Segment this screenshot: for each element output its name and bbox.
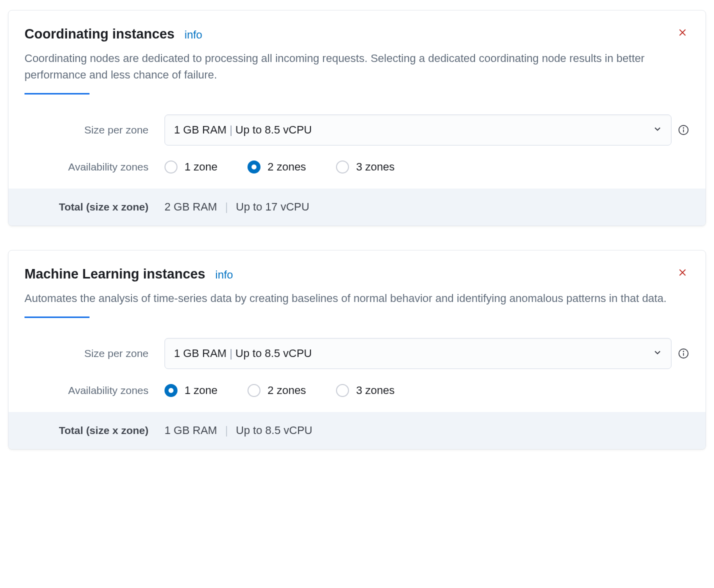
card-title: Coordinating instances xyxy=(24,26,174,42)
size-per-zone-label: Size per zone xyxy=(24,124,164,136)
total-label: Total (size x zone) xyxy=(24,424,164,436)
zone-label: 2 zones xyxy=(268,384,306,397)
card-description: Coordinating nodes are dedicated to proc… xyxy=(24,50,690,83)
zone-option-1[interactable]: 1 zone xyxy=(164,160,218,174)
card-title: Machine Learning instances xyxy=(24,266,206,282)
radio-icon xyxy=(336,160,349,174)
size-ram-value: 1 GB RAM xyxy=(174,124,226,136)
card-header: Coordinating instances info Coordinating… xyxy=(8,10,706,94)
card-header: Machine Learning instances info Automate… xyxy=(8,250,706,318)
radio-icon xyxy=(248,160,260,174)
zone-label: 3 zones xyxy=(356,384,394,397)
zones-control-area: 1 zone 2 zones 3 zones xyxy=(164,384,690,397)
info-link[interactable]: info xyxy=(184,28,202,42)
zone-option-3[interactable]: 3 zones xyxy=(336,160,394,174)
card-description: Automates the analysis of time-series da… xyxy=(24,290,690,306)
card-body: Size per zone 1 GB RAM | Up to 8.5 vCPU xyxy=(8,94,706,188)
close-icon xyxy=(678,268,688,278)
radio-icon xyxy=(248,384,260,397)
zone-option-3[interactable]: 3 zones xyxy=(336,384,394,397)
total-separator: | xyxy=(225,200,228,214)
zones-radio-group: 1 zone 2 zones 3 zones xyxy=(164,384,394,397)
size-control-area: 1 GB RAM | Up to 8.5 vCPU xyxy=(164,338,690,369)
zone-option-1[interactable]: 1 zone xyxy=(164,384,218,397)
coordinating-instances-card: Coordinating instances info Coordinating… xyxy=(8,10,706,226)
select-separator: | xyxy=(230,124,232,136)
availability-zones-label: Availability zones xyxy=(24,161,164,173)
total-label: Total (size x zone) xyxy=(24,201,164,213)
availability-zones-row: Availability zones 1 zone 2 zones 3 zone… xyxy=(24,384,690,397)
size-info-button[interactable] xyxy=(678,124,690,136)
size-select-wrap: 1 GB RAM | Up to 8.5 vCPU xyxy=(164,114,672,146)
total-values: 2 GB RAM | Up to 17 vCPU xyxy=(164,200,310,214)
zone-label: 1 zone xyxy=(184,384,218,397)
total-ram: 2 GB RAM xyxy=(164,200,217,214)
radio-icon xyxy=(164,384,178,397)
size-cpu-value: Up to 8.5 vCPU xyxy=(236,347,312,360)
select-separator: | xyxy=(230,347,232,360)
zone-option-2[interactable]: 2 zones xyxy=(248,160,306,174)
total-values: 1 GB RAM | Up to 8.5 vCPU xyxy=(164,424,312,437)
svg-point-5 xyxy=(684,351,684,352)
radio-icon xyxy=(336,384,349,397)
zone-option-2[interactable]: 2 zones xyxy=(248,384,306,397)
zones-radio-group: 1 zone 2 zones 3 zones xyxy=(164,160,394,174)
svg-point-2 xyxy=(684,128,684,128)
card-body: Size per zone 1 GB RAM | Up to 8.5 vCPU xyxy=(8,318,706,412)
close-icon xyxy=(678,28,688,38)
tab-indicator xyxy=(24,93,90,94)
total-cpu: Up to 8.5 vCPU xyxy=(236,424,312,437)
zone-label: 3 zones xyxy=(356,160,394,174)
total-cpu: Up to 17 vCPU xyxy=(236,200,310,214)
card-footer: Total (size x zone) 1 GB RAM | Up to 8.5… xyxy=(8,412,706,449)
zone-label: 1 zone xyxy=(184,160,218,174)
zone-label: 2 zones xyxy=(268,160,306,174)
title-row: Machine Learning instances info xyxy=(24,266,690,282)
info-icon xyxy=(678,124,689,136)
size-per-zone-row: Size per zone 1 GB RAM | Up to 8.5 vCPU xyxy=(24,338,690,369)
info-icon xyxy=(678,348,689,359)
zones-control-area: 1 zone 2 zones 3 zones xyxy=(164,160,690,174)
size-cpu-value: Up to 8.5 vCPU xyxy=(236,124,312,136)
radio-icon xyxy=(164,160,178,174)
size-select-wrap: 1 GB RAM | Up to 8.5 vCPU xyxy=(164,338,672,369)
size-control-area: 1 GB RAM | Up to 8.5 vCPU xyxy=(164,114,690,146)
size-per-zone-row: Size per zone 1 GB RAM | Up to 8.5 vCPU xyxy=(24,114,690,146)
total-separator: | xyxy=(225,424,228,437)
tab-indicator xyxy=(24,316,90,318)
total-ram: 1 GB RAM xyxy=(164,424,217,437)
close-button[interactable] xyxy=(676,26,690,40)
card-footer: Total (size x zone) 2 GB RAM | Up to 17 … xyxy=(8,188,706,226)
size-per-zone-select[interactable]: 1 GB RAM | Up to 8.5 vCPU xyxy=(164,114,672,146)
title-row: Coordinating instances info xyxy=(24,26,690,42)
size-per-zone-select[interactable]: 1 GB RAM | Up to 8.5 vCPU xyxy=(164,338,672,369)
close-button[interactable] xyxy=(676,266,690,280)
size-ram-value: 1 GB RAM xyxy=(174,347,226,360)
size-per-zone-label: Size per zone xyxy=(24,348,164,360)
info-link[interactable]: info xyxy=(216,268,233,282)
availability-zones-row: Availability zones 1 zone 2 zones 3 zone… xyxy=(24,160,690,174)
machine-learning-instances-card: Machine Learning instances info Automate… xyxy=(8,250,706,450)
size-info-button[interactable] xyxy=(678,348,690,360)
availability-zones-label: Availability zones xyxy=(24,384,164,396)
